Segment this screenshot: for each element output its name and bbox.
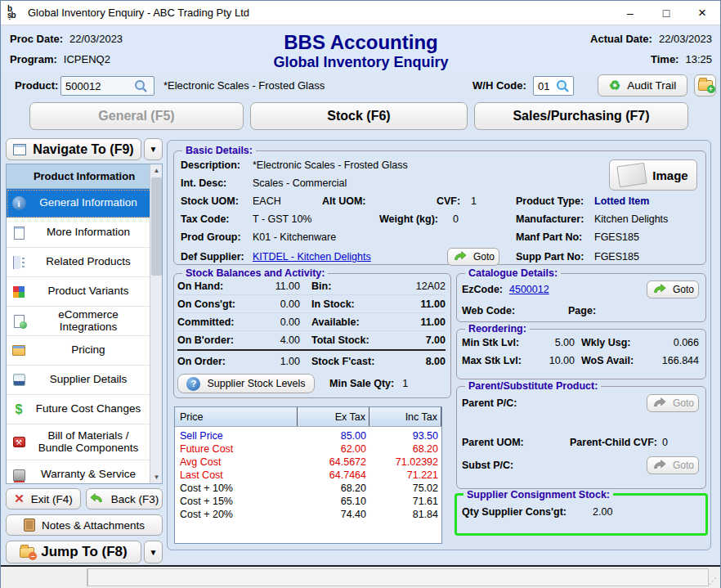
alt-uom-label: Alt UOM: (322, 195, 379, 207)
supplier-stock-levels-button[interactable]: ? Supplier Stock Levels (177, 374, 315, 393)
goto-arrow-icon (652, 284, 666, 295)
navigate-to-label: Navigate To (F9) (33, 142, 133, 157)
sidebar-item-pricing[interactable]: Pricing (7, 336, 162, 366)
back-arrow-icon (90, 493, 105, 505)
table-row[interactable]: Future Cost 62.00 68.20 (175, 442, 441, 456)
image-button[interactable]: Image (609, 159, 697, 191)
exit-button[interactable]: ✕ Exit (F4) (6, 488, 81, 509)
resize-grip[interactable]: ⋰ (709, 577, 719, 586)
product-image-thumbnail (617, 163, 647, 187)
int-desc-label: Int. Desc: (181, 177, 253, 189)
status-segment-main (87, 568, 709, 586)
parent-child-cvf-value: 0 (662, 437, 668, 448)
status-segment-left (1, 568, 87, 586)
def-supplier-label: Def Supplier: (181, 251, 253, 263)
app-window: bṣb Global Inventory Enquiry - ABC Tradi… (0, 0, 721, 588)
description-label: Description: (181, 159, 253, 171)
scroll-down-icon[interactable]: ▼ (150, 471, 163, 483)
jump-to-dropdown-button[interactable]: ▼ (144, 541, 163, 563)
search-icon[interactable] (555, 79, 570, 93)
inc-tax-col-header[interactable]: Inc Tax (369, 407, 441, 426)
sidebar-item-ecommerce-integrations[interactable]: eCommerce Integrations (7, 307, 162, 336)
subst-goto-button[interactable]: Goto (647, 456, 699, 474)
min-sale-qty-value: 1 (402, 378, 408, 389)
scroll-up-icon[interactable]: ▲ (150, 164, 163, 177)
wh-code-input[interactable] (534, 80, 555, 92)
nav-group-header: Product Information (7, 164, 162, 189)
ex-tax-col-header[interactable]: Ex Tax (298, 407, 369, 426)
product-description: *Electronic Scales - Frosted Glass (163, 79, 325, 92)
recycle-icon: ♻ (609, 78, 620, 93)
parent-goto-button[interactable]: Goto (647, 394, 699, 412)
table-row[interactable]: Last Cost 64.7464 71.221 (175, 469, 441, 482)
pricing-icon (12, 345, 25, 356)
goto-arrow-icon (652, 397, 666, 409)
warranty-icon (13, 469, 25, 481)
def-supplier-link[interactable]: KITDEL - Kitchen Delights (253, 251, 447, 263)
in-stock-value: 11.00 (372, 298, 446, 310)
sidebar-item-supplier-details[interactable]: Supplier Details (7, 366, 162, 395)
navigation-list: Product Information i General Informatio… (6, 164, 163, 484)
sidebar-item-related-products[interactable]: Related Products (7, 248, 162, 277)
folder-add-icon: + (698, 80, 713, 91)
web-code-label: Web Code: (462, 305, 568, 316)
tab-stock[interactable]: Stock (F6) (250, 102, 468, 130)
header-band: Proc Date: 22/03/2023 Program: ICPENQ2 B… (2, 26, 720, 73)
sidebar-item-more-information[interactable]: More Information (7, 218, 162, 248)
sidebar-item-general-information[interactable]: i General Information (7, 189, 162, 218)
basic-details-group: Basic Details: Description: *Electronic … (173, 150, 706, 265)
on-border-label: On B'order: (177, 334, 248, 346)
product-type-value: Lotted Item (594, 195, 649, 207)
supplier-consignment-group: Supplier Consignment Stock: Qty Supplier… (455, 493, 708, 536)
sidebar-item-warranty-service[interactable]: Warranty & Service (7, 460, 162, 490)
wkly-usg-value: 0.066 (640, 337, 699, 348)
sidebar-scrollbar[interactable]: ▲ ▼ (150, 164, 162, 483)
table-row[interactable]: Avg Cost 64.5672 71.02392 (175, 456, 441, 469)
notes-attachments-button[interactable]: Notes & Attachments (6, 514, 163, 536)
table-row[interactable]: Cost + 10% 68.20 75.02 (175, 482, 441, 495)
window-title: Global Inventory Enquiry - ABC Trading P… (28, 7, 249, 19)
actual-date-label: Actual Date: (590, 33, 652, 45)
dollar-icon: $ (16, 402, 23, 417)
table-row[interactable]: Cost + 20% 74.40 81.84 (175, 508, 441, 521)
catalogue-goto-button[interactable]: Goto (647, 281, 699, 298)
navigate-to-button[interactable]: Navigate To (F9) (6, 138, 141, 160)
question-icon: ? (186, 377, 200, 391)
scroll-thumb[interactable] (151, 177, 162, 276)
back-button[interactable]: Back (F3) (86, 488, 163, 509)
bin-label: Bin: (311, 281, 372, 292)
price-col-header[interactable]: Price (175, 407, 298, 426)
variants-icon (13, 286, 25, 298)
sidebar-item-product-variants[interactable]: Product Variants (7, 277, 162, 307)
product-lookup (60, 76, 154, 96)
close-button[interactable]: × (684, 1, 720, 25)
cvf-label: CVF: (437, 195, 471, 207)
subst-pc-label: Subst P/C: (462, 460, 535, 471)
on-border-value: 4.00 (248, 334, 300, 346)
table-row[interactable]: Sell Price 85.00 93.50 (175, 429, 441, 442)
search-icon[interactable] (133, 79, 148, 93)
qty-consgt-label: Qty Supplier Cons'gt: (462, 506, 593, 518)
table-row[interactable]: Cost + 15% 65.10 71.61 (175, 495, 441, 508)
main-content-panel: Basic Details: Description: *Electronic … (167, 140, 711, 550)
on-hand-label: On Hand: (177, 281, 248, 292)
time-label: Time: (651, 53, 678, 65)
supplier-goto-button[interactable]: Goto (447, 248, 499, 266)
new-folder-button[interactable]: + (694, 74, 716, 97)
maximize-button[interactable]: □ (648, 1, 684, 25)
minimize-button[interactable]: – (612, 1, 648, 25)
tab-sales-purchasing[interactable]: Sales/Purchasing (F7) (474, 102, 688, 130)
product-input[interactable] (61, 80, 133, 92)
sidebar-item-future-cost-changes[interactable]: $ Future Cost Changes (7, 395, 162, 424)
available-value: 11.00 (372, 316, 446, 328)
audit-trail-button[interactable]: ♻ Audit Trail (598, 74, 687, 97)
basic-details-legend: Basic Details: (182, 145, 256, 156)
sidebar-item-bill-of-materials[interactable]: ⚒ Bill of Materials / Bundle Components (7, 424, 162, 460)
ezcode-link[interactable]: 4500012 (509, 284, 647, 295)
tab-general[interactable]: General (F5) (29, 102, 244, 130)
jump-to-button[interactable]: – Jump To (F8) (6, 541, 141, 563)
product-type-label: Product Type: (516, 195, 594, 207)
navigate-dropdown-button[interactable]: ▼ (144, 138, 163, 160)
stock-balances-legend: Stock Balances and Activity: (182, 267, 328, 279)
on-hand-value: 11.00 (248, 281, 300, 292)
